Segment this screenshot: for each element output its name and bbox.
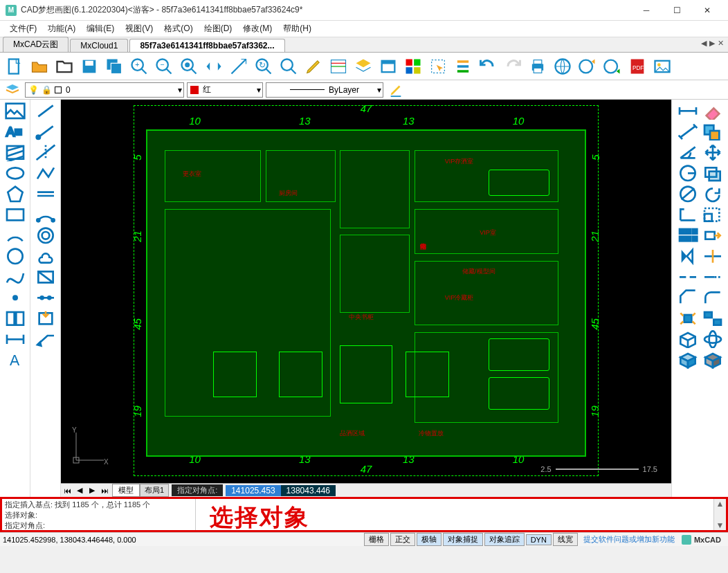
multiline-icon[interactable] xyxy=(35,185,57,202)
new-file-icon[interactable] xyxy=(3,55,26,78)
tab-first-icon[interactable]: ⏮ xyxy=(61,486,73,495)
dim-linear-icon[interactable] xyxy=(677,102,699,119)
layer-combo[interactable]: 💡 🔒 0 ▾ xyxy=(25,82,184,98)
open-folder-icon[interactable] xyxy=(28,55,51,78)
color-palette-icon[interactable] xyxy=(401,55,425,78)
globe-icon[interactable] xyxy=(551,55,574,78)
region-icon[interactable] xyxy=(35,269,57,285)
copy-icon[interactable] xyxy=(702,123,724,140)
move-icon[interactable] xyxy=(702,144,724,161)
redo-icon[interactable] xyxy=(501,55,525,78)
maximize-button[interactable]: ☐ xyxy=(662,1,692,20)
linetype-combo[interactable]: ByLayer ▾ xyxy=(266,82,383,98)
mirror-icon[interactable] xyxy=(677,248,699,264)
dim-angular-icon[interactable] xyxy=(677,144,699,161)
tab-close[interactable]: ✕ xyxy=(718,39,724,48)
scale-icon[interactable] xyxy=(702,206,724,223)
zoom-window-icon[interactable] xyxy=(227,55,251,78)
explode-icon[interactable] xyxy=(677,310,699,327)
dim-aligned-icon[interactable] xyxy=(677,123,699,140)
zoom-realtime-icon[interactable]: ↻ xyxy=(252,55,275,78)
offset-icon[interactable] xyxy=(702,165,724,181)
status-otrack[interactable]: 对象追踪 xyxy=(484,533,525,546)
layers-icon[interactable] xyxy=(352,55,375,78)
layer-manager-icon[interactable] xyxy=(3,82,22,98)
line-icon[interactable] xyxy=(35,102,57,119)
image-icon[interactable] xyxy=(650,55,674,78)
image-insert-icon[interactable] xyxy=(4,102,26,119)
cmd-scrollbar[interactable]: ▲▼ xyxy=(713,499,726,530)
globe-upload-icon[interactable] xyxy=(576,55,599,78)
pdf-icon[interactable]: PDF xyxy=(626,55,649,78)
menu-format[interactable]: 格式(O) xyxy=(158,21,198,36)
xline-icon[interactable] xyxy=(35,144,57,161)
print-icon[interactable] xyxy=(526,55,549,78)
menu-view[interactable]: 视图(V) xyxy=(120,21,158,36)
save-as-icon[interactable] xyxy=(102,55,126,78)
pencil-icon[interactable] xyxy=(302,55,325,78)
tab-prev-icon[interactable]: ◀ xyxy=(73,486,86,495)
text-icon[interactable]: A≡ xyxy=(4,123,26,140)
file-tab[interactable]: MxCloud1 xyxy=(70,39,128,52)
array-icon[interactable] xyxy=(677,227,699,244)
block-icon[interactable] xyxy=(4,310,26,327)
open-file-icon[interactable] xyxy=(53,55,76,78)
rectangle-icon[interactable] xyxy=(4,206,26,223)
trim-icon[interactable] xyxy=(702,248,724,264)
arc-icon[interactable] xyxy=(4,227,26,244)
list-icon[interactable] xyxy=(451,55,475,78)
chamfer-icon[interactable] xyxy=(677,289,699,306)
close-button[interactable]: ✕ xyxy=(692,1,722,20)
status-osnap[interactable]: 对象捕捉 xyxy=(443,533,483,546)
eraser-icon[interactable] xyxy=(702,102,724,119)
point-icon[interactable] xyxy=(4,289,26,306)
polygon-icon[interactable] xyxy=(4,185,26,202)
extend-icon[interactable] xyxy=(702,269,724,285)
align-icon[interactable] xyxy=(702,310,724,327)
break-icon[interactable] xyxy=(677,269,699,285)
zoom-in-icon[interactable]: + xyxy=(127,55,151,78)
file-tab[interactable]: MxCAD云图 xyxy=(3,37,69,52)
pan-icon[interactable] xyxy=(202,55,226,78)
status-ortho[interactable]: 正交 xyxy=(390,533,415,546)
menu-draw[interactable]: 绘图(D) xyxy=(199,21,238,36)
insert-icon[interactable] xyxy=(35,310,57,327)
zoom-extents-icon[interactable] xyxy=(177,55,201,78)
revcloud-icon[interactable] xyxy=(35,248,57,264)
stretch-icon[interactable] xyxy=(702,227,724,244)
arc3p-icon[interactable] xyxy=(35,206,57,223)
tab-scroll-right[interactable]: ▶ xyxy=(709,39,715,48)
donut-icon[interactable] xyxy=(35,227,57,244)
status-lineweight[interactable]: 线宽 xyxy=(553,533,578,546)
dim-diameter-icon[interactable] xyxy=(677,185,699,202)
minimize-button[interactable]: ─ xyxy=(631,1,662,20)
viewcube-icon[interactable] xyxy=(677,352,699,368)
dim-radius-icon[interactable] xyxy=(677,165,699,181)
polyline-icon[interactable] xyxy=(35,165,57,181)
zoom-out-icon[interactable]: − xyxy=(152,55,176,78)
drawing-canvas[interactable]: 47 10 13 13 10 47 10 13 13 10 5 21 45 19… xyxy=(61,100,671,497)
menu-help[interactable]: 帮助(H) xyxy=(277,21,317,36)
zoom-previous-icon[interactable] xyxy=(277,55,300,78)
undo-icon[interactable] xyxy=(476,55,500,78)
menu-function[interactable]: 功能(A) xyxy=(42,21,81,36)
hatch-icon[interactable] xyxy=(4,144,26,161)
globe-download-icon[interactable] xyxy=(601,55,624,78)
annotate-icon[interactable]: A xyxy=(4,352,26,368)
properties-icon[interactable] xyxy=(327,55,350,78)
3dview-icon[interactable] xyxy=(677,331,699,347)
dim-ordinate-icon[interactable] xyxy=(677,206,699,223)
3dorbit-icon[interactable] xyxy=(702,331,724,347)
select-icon[interactable] xyxy=(426,55,450,78)
divide-icon[interactable] xyxy=(35,289,57,306)
ray-icon[interactable] xyxy=(35,123,57,140)
tab-next-icon[interactable]: ▶ xyxy=(86,486,98,495)
feedback-link[interactable]: 提交软件问题或增加新功能 xyxy=(578,534,675,545)
color-combo[interactable]: 红 ▾ xyxy=(187,82,263,98)
tab-last-icon[interactable]: ⏭ xyxy=(98,486,111,495)
spline-icon[interactable] xyxy=(4,269,26,285)
tab-scroll-left[interactable]: ◀ xyxy=(701,39,707,48)
file-tab-active[interactable]: 85f7a3e6141341ff8bbae57af3362... xyxy=(129,39,284,52)
menu-edit[interactable]: 编辑(E) xyxy=(81,21,120,36)
circle-icon[interactable] xyxy=(4,248,26,264)
